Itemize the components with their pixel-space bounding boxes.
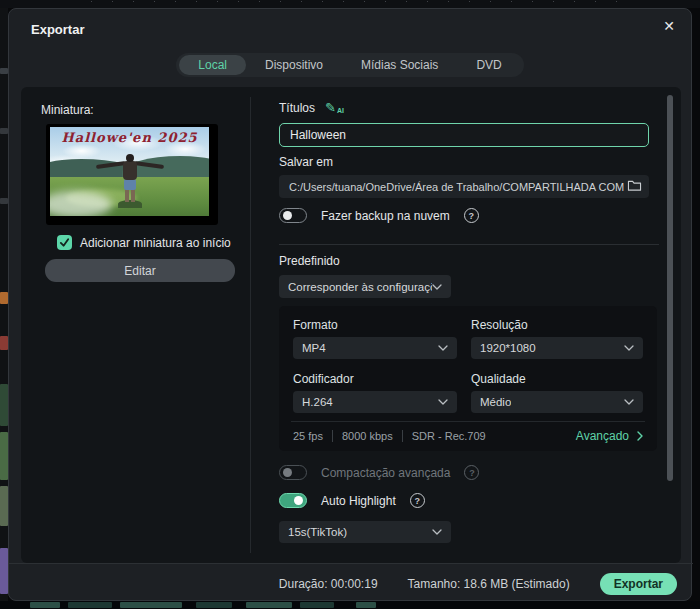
preset-dropdown[interactable]: Corresponder às configurações... <box>279 275 451 298</box>
resolution-label: Resolução <box>471 318 528 332</box>
title-input[interactable] <box>279 123 649 147</box>
bitrate-value: 8000 kbps <box>342 430 393 442</box>
toggle-knob <box>283 468 292 477</box>
background-app-timeline-strip <box>0 601 700 609</box>
advanced-compression-toggle[interactable] <box>279 465 307 480</box>
background-app-left-strip <box>0 8 8 601</box>
thumbnail-checkbox-row: Adicionar miniatura ao início <box>57 235 231 250</box>
separator <box>332 430 333 442</box>
format-label: Formato <box>293 318 338 332</box>
person-head <box>126 154 134 162</box>
stream-info-row: 25 fps 8000 kbps SDR - Rec.709 Avançado <box>293 429 643 443</box>
advanced-label: Avançado <box>576 429 629 443</box>
background-timeline-clip <box>300 602 334 608</box>
chevron-down-icon <box>624 345 634 351</box>
background-menu-ghost: ·························· <box>90 0 700 6</box>
chevron-down-icon <box>432 284 442 290</box>
dialog-title: Exportar <box>31 22 84 37</box>
export-button[interactable]: Exportar <box>600 573 677 595</box>
background-blob <box>0 68 8 74</box>
preset-label: Predefinido <box>279 254 340 268</box>
background-blob <box>0 384 8 426</box>
thumbnail-preview[interactable]: Hallowe'en 2025 <box>46 124 218 225</box>
titles-row: Títulos ✎ AI <box>279 100 344 115</box>
resolution-dropdown[interactable]: 1920*1080 <box>471 337 643 359</box>
background-timeline-clip <box>356 602 376 608</box>
background-blob <box>0 292 8 304</box>
footer-divider <box>9 563 693 564</box>
chevron-down-icon <box>438 345 448 351</box>
chevron-down-icon <box>432 529 442 535</box>
duration-text: Duração: 00:00:19 <box>279 577 378 591</box>
color-space-value: SDR - Rec.709 <box>412 430 486 442</box>
format-settings-card: Formato Resolução MP4 1920*1080 Codifica… <box>279 306 657 451</box>
background-timeline-clip <box>246 602 292 608</box>
encoder-label: Codificador <box>293 372 354 386</box>
close-icon[interactable]: ✕ <box>659 16 679 36</box>
quality-dropdown[interactable]: Médio <box>471 391 643 413</box>
edit-thumbnail-button[interactable]: Editar <box>45 259 235 282</box>
tab-dispositivo[interactable]: Dispositivo <box>246 55 342 75</box>
toggle-knob <box>294 496 303 505</box>
tab-local[interactable]: Local <box>179 55 246 75</box>
chevron-down-icon <box>624 399 634 405</box>
background-timeline-clip <box>120 602 182 608</box>
tab-pill-container: Local Dispositivo Mídias Sociais DVD <box>176 53 523 77</box>
help-icon[interactable]: ? <box>464 208 479 223</box>
card-divider <box>291 421 645 422</box>
advanced-link[interactable]: Avançado <box>576 429 643 443</box>
tab-midias-sociais[interactable]: Mídias Sociais <box>342 55 457 75</box>
help-icon[interactable]: ? <box>410 493 425 508</box>
tab-bar: Local Dispositivo Mídias Sociais DVD <box>9 53 691 77</box>
scrollbar-thumb[interactable] <box>667 95 673 481</box>
person-torso <box>123 161 137 180</box>
save-path-text: C:/Users/tuana/OneDrive/Área de Trabalho… <box>279 181 649 193</box>
folder-icon[interactable] <box>627 179 642 192</box>
save-path-field[interactable]: C:/Users/tuana/OneDrive/Área de Trabalho… <box>279 175 649 198</box>
cloud-backup-row: Fazer backup na nuvem ? <box>279 208 659 223</box>
auto-highlight-row: Auto Highlight ? <box>279 493 659 508</box>
format-dropdown[interactable]: MP4 <box>293 337 457 359</box>
column-divider <box>250 97 251 553</box>
section-divider <box>279 244 659 245</box>
photo-fog <box>50 191 112 216</box>
advanced-compression-label: Compactação avançada <box>321 466 450 480</box>
background-blob <box>0 548 8 594</box>
chevron-down-icon <box>438 399 448 405</box>
preset-value: Corresponder às configurações... <box>288 281 432 293</box>
miniatura-label: Miniatura: <box>41 103 94 117</box>
auto-highlight-label: Auto Highlight <box>321 494 396 508</box>
chevron-right-icon <box>637 431 643 441</box>
background-blob <box>0 198 8 204</box>
format-value: MP4 <box>302 342 326 354</box>
highlight-duration-dropdown[interactable]: 15s(TikTok) <box>279 521 451 543</box>
encoder-value: H.264 <box>302 396 333 408</box>
encoder-dropdown[interactable]: H.264 <box>293 391 457 413</box>
content-panel: Miniatura: Hallowe' <box>21 87 681 563</box>
add-thumbnail-checkbox[interactable] <box>57 235 72 250</box>
background-blob <box>0 432 8 480</box>
person-mound <box>118 200 142 208</box>
fps-value: 25 fps <box>293 430 323 442</box>
photo-title-text: Hallowe'en 2025 <box>50 130 209 145</box>
highlight-duration-value: 15s(TikTok) <box>288 526 347 538</box>
background-blob <box>0 486 8 526</box>
thumbnail-photo: Hallowe'en 2025 <box>50 127 209 216</box>
tab-dvd[interactable]: DVD <box>457 55 520 75</box>
titles-label: Títulos <box>279 101 315 115</box>
person-leg <box>125 189 129 202</box>
toggle-knob <box>283 211 292 220</box>
pencil-glyph: ✎ <box>325 100 336 115</box>
background-blob <box>0 336 8 350</box>
separator <box>402 430 403 442</box>
person-shorts <box>124 179 136 190</box>
save-in-label: Salvar em <box>279 155 333 169</box>
quality-label: Qualidade <box>471 372 526 386</box>
cloud-backup-toggle[interactable] <box>279 208 307 223</box>
auto-highlight-toggle[interactable] <box>279 493 307 508</box>
background-app-top-strip: ·························· <box>0 0 700 8</box>
ai-pencil-icon[interactable]: ✎ AI <box>325 100 344 115</box>
size-text: Tamanho: 18.6 MB (Estimado) <box>408 577 570 591</box>
help-icon[interactable]: ? <box>464 465 479 480</box>
resolution-value: 1920*1080 <box>480 342 536 354</box>
